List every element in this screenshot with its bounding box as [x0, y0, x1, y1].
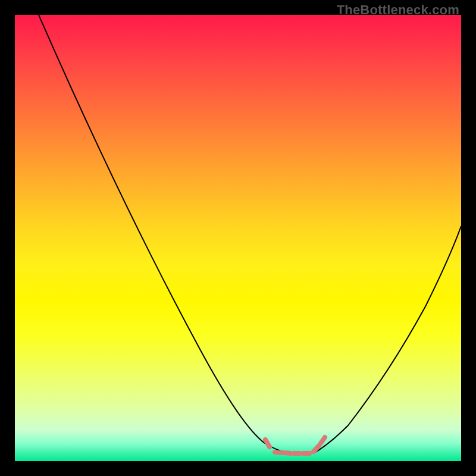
chart-plot-area [15, 15, 461, 461]
svg-line-0 [265, 440, 270, 447]
chart-svg [15, 15, 461, 461]
svg-line-6 [321, 437, 325, 443]
curve-right [315, 226, 461, 452]
svg-line-1 [275, 452, 281, 453]
curve-left [39, 15, 286, 452]
attribution-text: TheBottleneck.com [337, 2, 459, 18]
optimal-zone-markers [265, 437, 325, 453]
svg-line-2 [284, 453, 290, 453]
